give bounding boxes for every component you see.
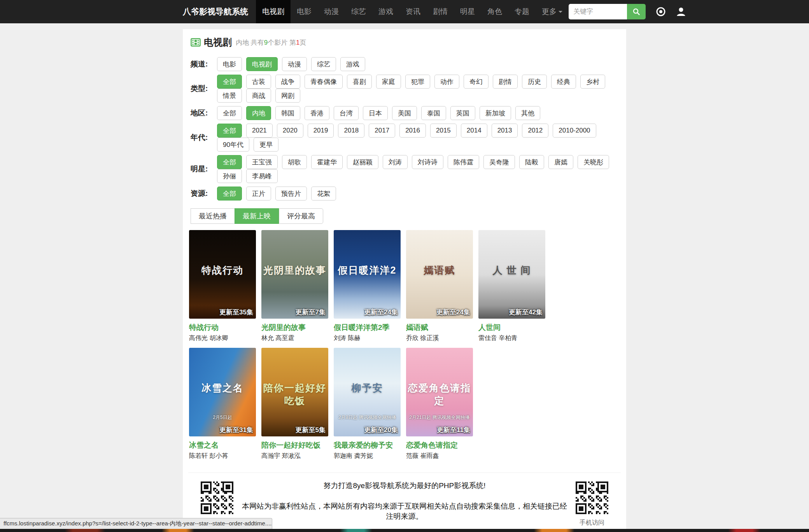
- movie-title-link[interactable]: 恋爱角色请指定: [406, 440, 478, 450]
- filter-option-button[interactable]: 游戏: [340, 57, 365, 71]
- filter-option-button[interactable]: 2013: [492, 124, 518, 138]
- user-icon[interactable]: [676, 7, 686, 17]
- filter-option-button[interactable]: 全部: [217, 75, 242, 89]
- filter-option-button[interactable]: 王宝强: [246, 155, 278, 169]
- filter-option-button[interactable]: 动漫: [282, 57, 307, 71]
- filter-option-button[interactable]: 战争: [275, 75, 300, 89]
- nav-item[interactable]: 电影: [291, 0, 318, 23]
- movie-poster[interactable]: 假日暖洋洋2 更新至24集: [334, 230, 401, 319]
- nav-item[interactable]: 综艺: [345, 0, 372, 23]
- filter-option-button[interactable]: 剧情: [493, 75, 518, 89]
- search-button[interactable]: [627, 4, 646, 19]
- filter-option-button[interactable]: 英国: [450, 106, 475, 120]
- filter-option-button[interactable]: 2019: [308, 124, 334, 138]
- sort-tab[interactable]: 最新上映: [235, 208, 279, 224]
- filter-option-button[interactable]: 刘诗诗: [412, 155, 443, 169]
- movie-poster[interactable]: 陪你一起好好吃饭 更新至5集: [261, 348, 328, 436]
- filter-option-button[interactable]: 家庭: [376, 75, 401, 89]
- filter-option-button[interactable]: 2014: [461, 124, 487, 138]
- filter-option-button[interactable]: 青春偶像: [305, 75, 343, 89]
- filter-option-button[interactable]: 预告片: [275, 187, 307, 201]
- target-icon[interactable]: [656, 7, 666, 17]
- movie-title-link[interactable]: 陪你一起好好吃饭: [261, 440, 334, 450]
- movie-poster[interactable]: 恋爱角色请指定 2月21日起 腾讯视频全网独播 更新至11集: [406, 348, 473, 436]
- movie-title-link[interactable]: 嫣语赋: [406, 323, 478, 333]
- filter-option-button[interactable]: 新加坡: [480, 106, 511, 120]
- filter-option-button[interactable]: 韩国: [275, 106, 300, 120]
- filter-option-button[interactable]: 香港: [305, 106, 329, 120]
- movie-poster[interactable]: 人 世 间 更新至42集: [478, 230, 545, 319]
- filter-option-button[interactable]: 90年代: [217, 138, 249, 152]
- filter-option-button[interactable]: 2015: [430, 124, 457, 138]
- movie-title-link[interactable]: 假日暖洋洋第2季: [334, 323, 406, 333]
- filter-option-button[interactable]: 内地: [246, 106, 271, 120]
- filter-option-button[interactable]: 泰国: [421, 106, 446, 120]
- filter-option-button[interactable]: 情景: [217, 89, 242, 103]
- filter-option-button[interactable]: 历史: [522, 75, 547, 89]
- filter-option-button[interactable]: 关晓彤: [578, 155, 609, 169]
- site-brand[interactable]: 八爷影视导航系统: [183, 6, 256, 17]
- filter-option-button[interactable]: 古装: [246, 75, 271, 89]
- filter-option-button[interactable]: 电视剧: [246, 57, 278, 71]
- filter-option-button[interactable]: 2017: [369, 124, 395, 138]
- nav-item[interactable]: 更多: [536, 0, 569, 23]
- filter-option-button[interactable]: 唐嫣: [548, 155, 573, 169]
- movie-title-link[interactable]: 人世间: [478, 323, 551, 333]
- filter-option-button[interactable]: 经典: [551, 75, 576, 89]
- nav-item[interactable]: 资讯: [399, 0, 427, 23]
- filter-option-button[interactable]: 花絮: [311, 187, 336, 201]
- filter-option-button[interactable]: 综艺: [311, 57, 336, 71]
- nav-item[interactable]: 专题: [508, 0, 536, 23]
- filter-option-button[interactable]: 商战: [246, 89, 271, 103]
- filter-option-button[interactable]: 美国: [392, 106, 417, 120]
- filter-option-button[interactable]: 胡歌: [282, 155, 307, 169]
- filter-option-button[interactable]: 全部: [217, 155, 242, 169]
- filter-option-button[interactable]: 2021: [246, 124, 273, 138]
- movie-poster[interactable]: 嫣语赋 更新至24集: [406, 230, 473, 319]
- filter-option-button[interactable]: 2012: [522, 124, 548, 138]
- sort-tab[interactable]: 评分最高: [279, 208, 323, 224]
- filter-option-button[interactable]: 台湾: [334, 106, 359, 120]
- filter-option-button[interactable]: 其他: [515, 106, 540, 120]
- filter-option-button[interactable]: 赵丽颖: [347, 155, 378, 169]
- filter-option-button[interactable]: 李易峰: [246, 169, 278, 183]
- nav-item[interactable]: 角色: [481, 0, 508, 23]
- filter-option-button[interactable]: 2010-2000: [553, 124, 596, 138]
- filter-option-button[interactable]: 全部: [217, 187, 242, 201]
- movie-title-link[interactable]: 特战行动: [189, 323, 261, 333]
- filter-option-button[interactable]: 陆毅: [519, 155, 544, 169]
- filter-option-button[interactable]: 更早: [254, 138, 278, 152]
- filter-option-button[interactable]: 网剧: [275, 89, 300, 103]
- filter-option-button[interactable]: 乡村: [580, 75, 605, 89]
- filter-option-button[interactable]: 2020: [277, 124, 303, 138]
- filter-option-button[interactable]: 全部: [217, 124, 242, 138]
- filter-option-button[interactable]: 日本: [363, 106, 388, 120]
- nav-item[interactable]: 明星: [454, 0, 481, 23]
- movie-poster[interactable]: 特战行动 更新至35集: [189, 230, 256, 319]
- filter-option-button[interactable]: 动作: [434, 75, 459, 89]
- filter-option-button[interactable]: 奇幻: [464, 75, 489, 89]
- filter-option-button[interactable]: 正片: [246, 187, 271, 201]
- filter-option-button[interactable]: 喜剧: [347, 75, 372, 89]
- nav-item[interactable]: 剧情: [427, 0, 454, 23]
- filter-option-button[interactable]: 刘涛: [383, 155, 408, 169]
- nav-item[interactable]: 游戏: [372, 0, 399, 23]
- filter-option-button[interactable]: 霍建华: [311, 155, 343, 169]
- search-input[interactable]: [569, 4, 627, 19]
- movie-title-link[interactable]: 我最亲爱的柳予安: [334, 440, 406, 450]
- movie-poster[interactable]: 光阴里的故事 更新至7集: [261, 230, 328, 319]
- filter-option-button[interactable]: 2016: [399, 124, 426, 138]
- filter-option-button[interactable]: 电影: [217, 57, 242, 71]
- filter-option-button[interactable]: 全部: [217, 106, 242, 120]
- movie-poster[interactable]: 冰雪之名 2月5日起 更新至31集: [189, 348, 256, 436]
- movie-title-link[interactable]: 冰雪之名: [189, 440, 261, 450]
- filter-option-button[interactable]: 陈伟霆: [448, 155, 479, 169]
- nav-item[interactable]: 电视剧: [256, 0, 291, 23]
- nav-item[interactable]: 动漫: [318, 0, 345, 23]
- movie-title-link[interactable]: 光阴里的故事: [261, 323, 334, 333]
- sort-tab[interactable]: 最近热播: [191, 208, 235, 224]
- filter-option-button[interactable]: 2018: [338, 124, 364, 138]
- filter-option-button[interactable]: 犯罪: [405, 75, 430, 89]
- filter-option-button[interactable]: 吴奇隆: [483, 155, 515, 169]
- filter-option-button[interactable]: 孙俪: [217, 169, 242, 183]
